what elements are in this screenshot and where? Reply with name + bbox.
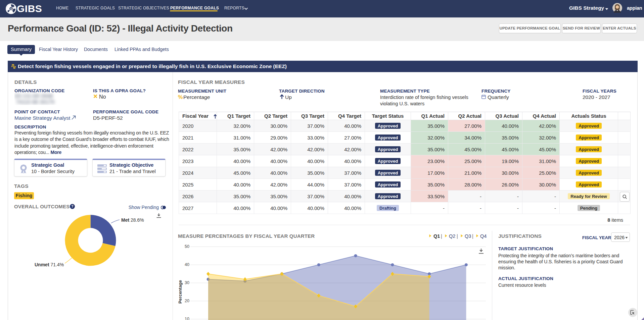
svg-text:30: 30 [185, 280, 189, 285]
svg-text:Percentage: Percentage [178, 280, 183, 304]
svg-text:10: 10 [185, 317, 189, 320]
svg-text:?: ? [71, 204, 73, 208]
svg-text:20: 20 [185, 299, 189, 303]
svg-text:50: 50 [185, 244, 189, 249]
svg-text:40: 40 [185, 262, 189, 267]
svg-text:S: S [10, 7, 12, 11]
